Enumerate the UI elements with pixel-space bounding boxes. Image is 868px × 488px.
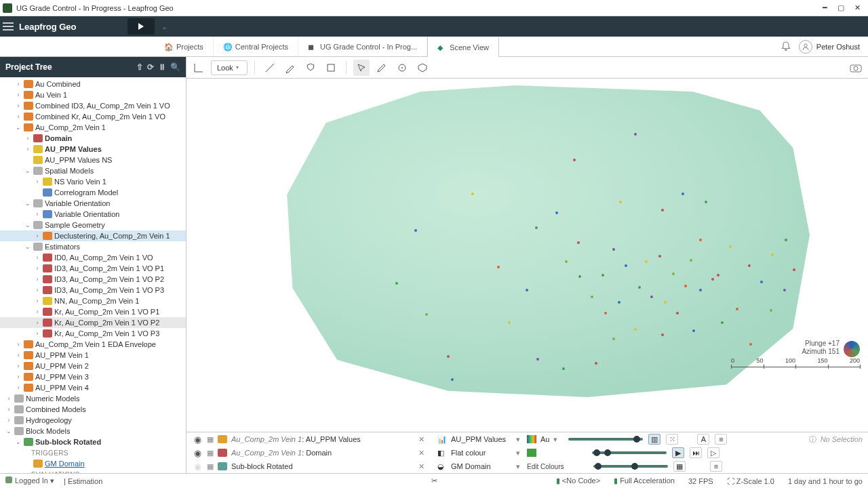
data-point[interactable] [661,209,664,211]
remove-layer-icon[interactable]: ✕ [418,449,427,458]
data-point[interactable] [658,255,661,258]
tree-node[interactable]: ⌄Sub-block Rotated [0,436,186,447]
tree-node[interactable]: ›Domain [0,133,186,144]
notifications-icon[interactable] [780,41,792,53]
tree-node[interactable]: ›Kr, Au_Comp_2m Vein 1 VO P1 [0,306,186,317]
axes-button[interactable] [191,60,207,76]
snap-button[interactable] [394,60,410,76]
tree-node[interactable]: ›NN, Au_Comp_2m Vein 1 [0,296,186,306]
tree-node[interactable]: ›Combined Models [0,404,186,415]
look-dropdown[interactable]: Look▾ [211,60,248,75]
list-button[interactable]: ≡ [715,434,727,445]
scene-canvas[interactable]: Plunge +17 Azimuth 151 0 50 100 150 200 [186,79,868,432]
property-select[interactable]: AU_PPM Values [451,435,512,443]
data-point[interactable] [634,328,637,331]
step-button[interactable]: ⏭ [690,447,702,458]
data-point[interactable] [682,192,684,195]
colormap-swatch[interactable] [527,435,536,443]
edit-button[interactable] [374,60,390,76]
outline-button[interactable]: ▷ [707,447,719,458]
tree-node[interactable]: ›Au Combined [0,79,186,89]
data-point[interactable] [573,159,576,161]
remove-layer-icon[interactable]: ✕ [418,462,427,471]
data-point[interactable] [793,268,795,271]
tab-central-projects[interactable]: 🌐 Central Projects [214,37,298,56]
data-point[interactable] [760,281,763,283]
tree-node[interactable]: ›TRIGGERS [0,447,186,458]
chevron-right-icon[interactable]: › [34,232,41,239]
layer-add-icon[interactable]: ▦ [207,462,214,471]
chevron-down-icon[interactable]: ⌄ [24,243,31,250]
user-menu[interactable]: Peter Oshust [799,40,860,54]
chevron-right-icon[interactable]: › [24,146,31,152]
data-point[interactable] [604,312,607,314]
chevron-right-icon[interactable]: › [34,319,41,326]
chevron-down-icon[interactable]: ⌄ [24,200,31,207]
data-point[interactable] [672,272,675,275]
visibility-toggle[interactable]: ◉ [192,434,203,445]
tree-pause-icon[interactable]: ⏸ [158,62,166,72]
chevron-right-icon[interactable]: › [24,135,31,142]
visibility-toggle[interactable]: ◉ [192,448,203,458]
data-point[interactable] [425,313,428,316]
chevron-right-icon[interactable]: › [15,113,22,120]
chevron-right-icon[interactable]: › [15,363,22,369]
tree-node[interactable]: ›Correlogram Model [0,187,186,198]
chevron-right-icon[interactable]: › [15,341,22,348]
tree-node[interactable]: ›AU_PPM Values NS [0,155,186,165]
data-point[interactable] [555,211,558,214]
data-point[interactable] [625,264,627,267]
chevron-down-icon[interactable]: ⌄ [15,124,22,131]
tag-button[interactable] [414,60,431,76]
tab-project[interactable]: ◼ UG Grade Control - In Prog... [298,37,427,56]
chevron-down-icon[interactable]: ⌄ [24,167,31,174]
data-point[interactable] [645,260,648,263]
tree-node[interactable]: ›Kr, Au_Comp_2m Vein 1 VO P2 [0,317,186,328]
data-point[interactable] [451,378,454,381]
tree-node[interactable]: ›AU_PPM Vein 4 [0,382,186,393]
remove-layer-icon[interactable]: ✕ [418,435,427,444]
data-point[interactable] [447,355,450,358]
data-point[interactable] [414,229,417,232]
chevron-right-icon[interactable]: › [15,352,22,359]
colour-swatch[interactable] [527,449,536,457]
data-point[interactable] [508,321,511,324]
data-point[interactable] [612,248,615,251]
data-point[interactable] [721,321,724,324]
maximize-button[interactable]: ▢ [833,1,849,15]
data-point[interactable] [562,367,565,370]
data-point[interactable] [634,133,637,136]
data-point[interactable] [783,289,786,291]
chevron-right-icon[interactable]: › [34,330,41,337]
data-point[interactable] [661,333,664,336]
tree-refresh-icon[interactable]: ⟳ [147,62,154,72]
tree-node[interactable]: ⌄Block Models [0,426,186,436]
chevron-right-icon[interactable]: › [15,102,22,109]
tree-node[interactable]: ›NS Vario Vein 1 [0,176,186,187]
tree-node[interactable]: ⌄Estimators [0,241,186,252]
data-point[interactable] [711,278,714,281]
chevron-right-icon[interactable]: › [15,92,22,98]
layer-name[interactable]: Sub-block Rotated [231,462,414,470]
property-select[interactable]: Flat colour [451,449,512,457]
project-tree[interactable]: ›Au Combined›Au Vein 1›Combined ID3, Au_… [0,77,186,473]
chevron-right-icon[interactable]: › [15,81,22,87]
tree-node[interactable]: ›AU_PPM Vein 2 [0,361,186,371]
tree-node[interactable]: ›Numeric Models [0,393,186,404]
tree-node[interactable]: ›Combined Kr, Au_Comp_2m Vein 1 VO [0,111,186,122]
tree-node[interactable]: ›GM Domain [0,458,186,469]
orientation-compass[interactable] [844,341,860,357]
data-point[interactable] [699,239,702,241]
tree-node[interactable]: ›AU_PPM Vein 3 [0,371,186,382]
data-point[interactable] [692,329,695,332]
data-point[interactable] [676,312,679,314]
chevron-right-icon[interactable]: › [5,417,12,424]
render-mode-button[interactable]: ▥ [648,434,660,445]
data-point[interactable] [536,358,539,361]
opacity-slider[interactable] [568,438,643,441]
data-point[interactable] [785,239,787,241]
chevron-down-icon[interactable]: ⌄ [15,439,22,445]
tree-node[interactable]: ›ID3, Au_Comp_2m Vein 1 VO P2 [0,274,186,285]
data-point[interactable] [497,266,500,268]
visibility-toggle[interactable]: ◉ [192,462,203,472]
